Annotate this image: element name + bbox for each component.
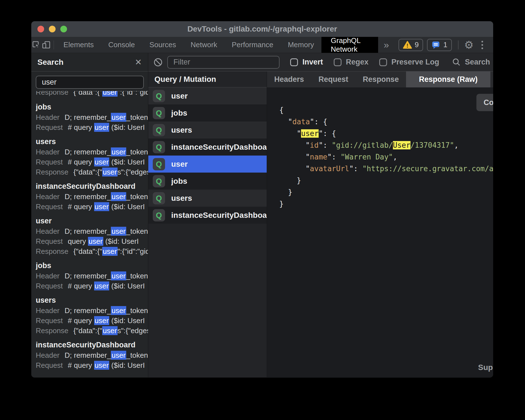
toolbar-separator <box>54 40 54 49</box>
query-type-icon: Q <box>153 175 165 187</box>
traffic-lights <box>37 21 67 37</box>
warning-triangle-icon <box>403 40 412 49</box>
query-list-pane: Query / Mutation Q user Q jobs Q users <box>148 71 267 377</box>
tab-graphql-network[interactable]: GraphQL Network <box>321 37 378 53</box>
json-line: } <box>279 186 493 198</box>
result-line[interactable]: Response{"data":{"users":{"edges <box>36 167 148 177</box>
result-group-title[interactable]: users <box>36 295 148 306</box>
json-line: "name": "Warren Day", <box>279 151 493 163</box>
json-line: } <box>279 175 493 186</box>
search-input[interactable] <box>36 76 144 89</box>
tab-request[interactable]: Request <box>311 71 356 87</box>
devtools-window: DevTools - gitlab.com/-/graphql-explorer… <box>31 21 493 378</box>
query-type-icon: Q <box>153 209 165 221</box>
result-line[interactable]: Response{"data":{"user":{"id":"gid <box>36 91 148 98</box>
more-options-menu-icon[interactable] <box>476 41 488 49</box>
query-row-user[interactable]: Q user <box>148 87 267 104</box>
detail-pane: Headers Request Response Response (Raw) … <box>267 71 493 377</box>
tab-performance[interactable]: Performance <box>225 37 281 53</box>
result-group-title[interactable]: jobs <box>36 260 148 271</box>
result-line[interactable]: Request# query user ($id: UserI <box>36 316 148 326</box>
result-line[interactable]: HeaderD; remember_user_token=e <box>36 192 148 202</box>
invert-checkbox-group: Invert <box>290 58 323 66</box>
result-line[interactable]: Request# query user ($id: UserI <box>36 202 148 212</box>
result-group-title[interactable]: user <box>36 216 148 226</box>
result-line[interactable]: HeaderD; remember_user_token=e <box>36 226 148 236</box>
settings-gear-icon[interactable]: ⚙ <box>461 40 476 50</box>
regex-label[interactable]: Regex <box>346 58 369 66</box>
zoom-window-button[interactable] <box>60 26 67 32</box>
json-line: "data": { <box>279 116 493 128</box>
inspect-element-icon[interactable] <box>31 37 41 53</box>
issues-badge[interactable]: 1 <box>427 39 452 51</box>
regex-checkbox[interactable] <box>334 58 342 66</box>
query-list-header: Query / Mutation <box>148 71 267 87</box>
warnings-badge[interactable]: 9 <box>398 39 423 51</box>
detail-tab-bar: Headers Request Response Response (Raw) … <box>267 71 493 87</box>
tab-response[interactable]: Response <box>355 71 406 87</box>
query-row-jobs[interactable]: Q jobs <box>148 173 267 190</box>
query-type-icon: Q <box>153 158 165 170</box>
preserve-log-checkbox[interactable] <box>379 58 387 66</box>
more-tabs-chevron-icon[interactable]: » <box>378 39 395 50</box>
tab-console[interactable]: Console <box>101 37 142 53</box>
close-window-button[interactable] <box>37 26 44 32</box>
preserve-log-label[interactable]: Preserve Log <box>392 58 439 66</box>
tab-response-raw[interactable]: Response (Raw) <box>406 71 490 87</box>
warnings-count: 9 <box>415 40 419 49</box>
json-line: } <box>279 198 493 210</box>
search-pane-header: Search ✕ <box>31 53 148 71</box>
query-type-icon: Q <box>153 141 165 153</box>
device-toolbar-icon[interactable] <box>41 37 51 53</box>
support-link[interactable]: Support <box>478 362 493 373</box>
result-line[interactable]: Requestquery user ($id: UserI <box>36 236 148 246</box>
result-line[interactable]: Request# query user ($id: UserI <box>36 122 148 132</box>
result-group-title[interactable]: jobs <box>36 102 148 112</box>
result-line[interactable]: HeaderD; remember_user_token=e <box>36 112 148 122</box>
filter-input[interactable] <box>167 56 280 69</box>
query-row-instance-security-dashboard[interactable]: Q instanceSecurityDashboard <box>148 207 267 224</box>
query-row-instance-security-dashboard[interactable]: Q instanceSecurityDashboard <box>148 139 267 156</box>
tab-network[interactable]: Network <box>183 37 224 53</box>
tab-sources[interactable]: Sources <box>142 37 183 53</box>
result-line[interactable]: Request# query user ($id: UserI <box>36 157 148 167</box>
search-icon <box>452 57 462 67</box>
query-row-user-selected[interactable]: Q user <box>148 156 267 173</box>
invert-label[interactable]: Invert <box>302 58 323 66</box>
search-results: Response{"data":{"user":{"id":"gid jobs … <box>31 91 148 377</box>
json-line: "user": { <box>279 128 493 139</box>
invert-checkbox[interactable] <box>290 58 298 66</box>
result-line[interactable]: Response{"data":{"users":{"edges <box>36 326 148 336</box>
result-group-title[interactable]: users <box>36 136 148 147</box>
tab-memory[interactable]: Memory <box>281 37 321 53</box>
query-row-jobs[interactable]: Q jobs <box>148 104 267 121</box>
tab-headers[interactable]: Headers <box>267 71 311 87</box>
devtools-controls: 9 1 ⚙ <box>395 39 493 51</box>
toolbar-search[interactable]: Search <box>452 57 490 67</box>
result-line[interactable]: Request# query user ($id: UserI <box>36 281 148 291</box>
copy-button[interactable]: Copy <box>476 94 493 111</box>
json-line: { <box>279 104 493 116</box>
search-pane-title: Search <box>37 58 63 67</box>
devtools-tab-bar: Elements Console Sources Network Perform… <box>31 37 493 53</box>
result-group-title[interactable]: instanceSecurityDashboard <box>36 181 148 192</box>
tab-elements[interactable]: Elements <box>56 37 101 53</box>
result-line[interactable]: HeaderD; remember_user_token=e <box>36 306 148 316</box>
result-line[interactable]: Response{"data":{"user":{"id":"gid <box>36 246 148 256</box>
query-type-icon: Q <box>153 192 165 204</box>
minimize-window-button[interactable] <box>49 26 56 32</box>
query-row-users[interactable]: Q users <box>148 190 267 207</box>
result-line[interactable]: HeaderD; remember_user_token=e <box>36 350 148 360</box>
result-line[interactable]: HeaderD; remember_user_token=e <box>36 147 148 157</box>
query-type-icon: Q <box>153 124 165 136</box>
search-pane: Search ✕ Response{"data":{"user":{"id":"… <box>31 53 148 377</box>
query-type-icon: Q <box>153 90 165 102</box>
query-row-users[interactable]: Q users <box>148 121 267 139</box>
message-bubble-icon <box>431 40 440 49</box>
issues-count: 1 <box>443 40 447 49</box>
result-line[interactable]: HeaderD; remember_user_token=e <box>36 271 148 281</box>
search-close-icon[interactable]: ✕ <box>135 57 142 67</box>
result-line[interactable]: Request# query user ($id: UserI <box>36 360 148 370</box>
result-group-title[interactable]: instanceSecurityDashboard <box>36 340 148 350</box>
clear-requests-icon[interactable] <box>153 57 163 68</box>
